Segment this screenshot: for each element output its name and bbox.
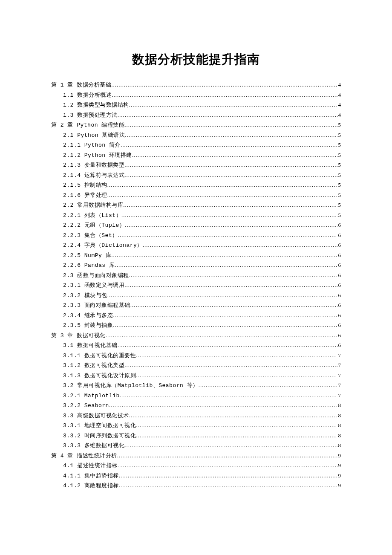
toc-entry-page: 9 [337,473,341,478]
toc-entry[interactable]: 3.1.2 数据可视化类型7 [51,362,341,373]
toc-entry[interactable]: 1.1 数据分析概述4 [51,92,341,102]
toc-entry-label: 1.2 数据类型与数据结构 [63,102,129,108]
toc-entry[interactable]: 2.2.3 集合（Set）6 [51,232,341,243]
toc-entry[interactable]: 3.1.3 数据可视化设计原则7 [51,373,341,383]
toc-entry-label: 2.1.4 运算符与表达式 [63,173,124,178]
toc-leader-dots [123,202,337,208]
toc-entry[interactable]: 2.3.2 模块与包6 [51,292,341,303]
toc-entry-page: 6 [337,322,341,328]
toc-entry-label: 2.2.2 元组（Tuple） [63,223,125,228]
toc-entry-page: 6 [337,342,341,348]
toc-entry-page: 5 [337,192,341,198]
toc-entry[interactable]: 第 2 章 Python 编程技能5 [51,122,341,132]
toc-entry-page: 5 [337,152,341,158]
toc-entry-label: 3.3.3 多维数据可视化 [63,443,124,448]
toc-entry-label: 3.1.1 数据可视化的重要性 [63,353,136,358]
toc-entry-page: 7 [337,393,341,398]
toc-leader-dots [124,162,337,168]
toc-entry[interactable]: 第 4 章 描述性统计分析9 [51,453,341,463]
table-of-contents: 第 1 章 数据分析基础41.1 数据分析概述41.2 数据类型与数据结构41.… [51,82,341,493]
toc-leader-dots [106,332,337,338]
toc-entry[interactable]: 2.3.4 继承与多态6 [51,312,341,323]
toc-leader-dots [125,222,337,228]
toc-entry[interactable]: 1.3 数据预处理方法4 [51,112,341,122]
toc-entry[interactable]: 2.3.3 面向对象编程基础6 [51,302,341,312]
toc-entry-page: 9 [337,483,341,488]
toc-entry[interactable]: 2.1.5 控制结构5 [51,182,341,192]
toc-leader-dots [124,122,337,127]
toc-entry[interactable]: 2.2.4 字典（Dictionary）6 [51,242,341,252]
toc-leader-dots [113,312,337,318]
toc-entry-label: 2.1.5 控制结构 [63,182,107,188]
toc-entry-label: 2.2.1 列表（List） [63,213,121,218]
toc-entry-label: 2.3.5 封装与抽象 [63,323,113,328]
toc-entry-label: 3.2 常用可视化库（Matplotlib、Seaborn 等） [63,383,199,388]
toc-entry-page: 9 [337,462,341,468]
toc-leader-dots [118,232,337,238]
toc-entry[interactable]: 2.3 函数与面向对象编程6 [51,272,341,283]
toc-entry[interactable]: 2.3.5 封装与抽象6 [51,322,341,332]
toc-leader-dots [120,393,337,398]
toc-entry[interactable]: 2.1.6 异常处理5 [51,192,341,202]
document-page: 数据分析技能提升指南 第 1 章 数据分析基础41.1 数据分析概述41.2 数… [0,0,392,555]
toc-entry[interactable]: 3.2.1 Matplotlib7 [51,393,341,403]
toc-entry[interactable]: 第 1 章 数据分析基础4 [51,82,341,92]
toc-entry[interactable]: 3.1.1 数据可视化的重要性7 [51,353,341,363]
toc-leader-dots [136,373,337,378]
toc-entry[interactable]: 2.1.1 Python 简介5 [51,142,341,152]
toc-entry[interactable]: 2.2.6 Pandas 库6 [51,262,341,272]
toc-entry-page: 6 [337,272,341,278]
toc-entry-label: 2.3.1 函数定义与调用 [63,283,124,288]
toc-entry-page: 8 [337,402,341,408]
toc-entry-page: 7 [337,353,341,358]
toc-entry[interactable]: 2.2.5 NumPy 库6 [51,252,341,263]
toc-leader-dots [136,422,337,428]
toc-entry-page: 5 [337,132,341,138]
toc-entry-label: 2.2.5 NumPy 库 [63,253,111,258]
toc-entry-label: 2.2.3 集合（Set） [63,233,118,238]
toc-leader-dots [121,142,337,147]
toc-entry[interactable]: 3.3.2 时间序列数据可视化8 [51,433,341,443]
toc-entry-label: 3.1.2 数据可视化类型 [63,363,124,368]
toc-entry-label: 2.2.6 Pandas 库 [63,263,115,268]
toc-entry-label: 第 1 章 数据分析基础 [51,82,111,88]
toc-entry-label: 3.3.2 时间序列数据可视化 [63,433,136,439]
toc-leader-dots [129,102,337,107]
toc-entry[interactable]: 4.1.1 集中趋势指标9 [51,473,341,483]
toc-entry[interactable]: 2.3.1 函数定义与调用6 [51,282,341,292]
toc-entry-page: 8 [337,442,341,448]
toc-entry[interactable]: 1.2 数据类型与数据结构4 [51,102,341,112]
toc-entry-page: 6 [337,282,341,288]
toc-entry[interactable]: 2.1.3 变量和数据类型5 [51,162,341,172]
toc-entry[interactable]: 3.1 数据可视化基础6 [51,342,341,353]
toc-entry[interactable]: 第 3 章 数据可视化6 [51,332,341,343]
toc-entry-page: 4 [337,112,341,118]
toc-leader-dots [136,433,337,438]
toc-entry[interactable]: 2.1.2 Python 环境搭建5 [51,152,341,162]
toc-entry[interactable]: 4.1 描述性统计指标9 [51,462,341,473]
toc-entry-page: 9 [337,453,341,458]
toc-entry[interactable]: 3.3 高级数据可视化技术8 [51,413,341,423]
toc-entry-label: 3.2.2 Seaborn [63,403,109,408]
toc-entry[interactable]: 2.1.4 运算符与表达式5 [51,172,341,182]
toc-entry[interactable]: 2.2.2 元组（Tuple）6 [51,222,341,232]
toc-entry[interactable]: 2.1 Python 基础语法5 [51,132,341,142]
toc-entry[interactable]: 3.3.1 地理空间数据可视化8 [51,422,341,433]
toc-entry-page: 5 [337,122,341,127]
toc-leader-dots [107,192,337,198]
toc-entry-label: 2.1.3 变量和数据类型 [63,162,124,168]
toc-entry[interactable]: 4.1.2 离散程度指标9 [51,483,341,493]
toc-entry-label: 3.1 数据可视化基础 [63,343,118,348]
toc-entry-page: 6 [337,262,341,268]
toc-entry[interactable]: 3.2 常用可视化库（Matplotlib、Seaborn 等）7 [51,382,341,393]
toc-entry-label: 3.1.3 数据可视化设计原则 [63,373,136,379]
toc-leader-dots [112,92,337,98]
toc-entry-label: 3.2.1 Matplotlib [63,393,120,399]
toc-entry-page: 5 [337,202,341,208]
toc-entry[interactable]: 2.2.1 列表（List）5 [51,212,341,223]
toc-entry[interactable]: 3.2.2 Seaborn8 [51,402,341,413]
toc-leader-dots [124,172,337,178]
toc-entry[interactable]: 3.3.3 多维数据可视化8 [51,442,341,453]
toc-entry[interactable]: 2.2 常用数据结构与库5 [51,202,341,212]
toc-entry-page: 4 [337,92,341,98]
